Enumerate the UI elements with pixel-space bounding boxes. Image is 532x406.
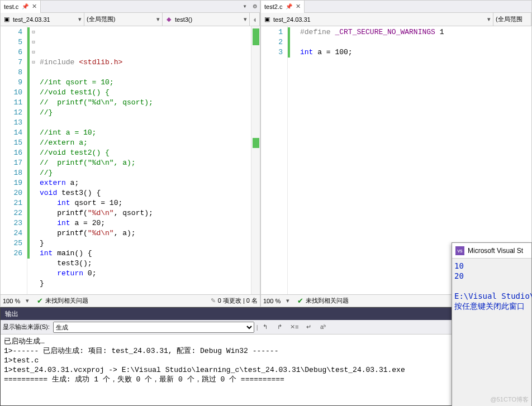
console-title-text: Microsoft Visual St: [468, 247, 523, 255]
output-source-label: 显示输出来源(S):: [3, 323, 50, 331]
chevron-down-icon: ▾: [153, 16, 160, 23]
vs-app-icon: vs: [455, 246, 464, 255]
tab-label: test2.c: [264, 3, 282, 10]
nav-project-selector[interactable]: ▣ test_24.03.31 ▾: [1, 13, 84, 26]
split-icon[interactable]: ⫞: [250, 13, 260, 26]
change-indicator-col: [27, 26, 30, 294]
nav-project-label: test_24.03.31: [273, 16, 311, 23]
status-changes: 0 项更改 | 0 名: [218, 297, 258, 305]
changes-icon: ✎: [211, 297, 216, 304]
zoom-level[interactable]: 100 %: [3, 298, 20, 304]
nav-func-label: test3(): [175, 16, 192, 23]
zoom-dd-icon[interactable]: ▾: [26, 297, 29, 304]
status-no-issues: 未找到相关问题: [45, 297, 88, 305]
pin-icon[interactable]: 📌: [22, 3, 28, 9]
chevron-down-icon: ▾: [75, 16, 82, 23]
ok-icon: ✔: [37, 297, 43, 305]
nav-scope-label: (全局范围: [496, 15, 522, 23]
change-indicator-col: [288, 26, 290, 294]
tab-bar-left: test.c 📌 ✕ ▾ ⚙: [1, 1, 260, 13]
nav-scope-selector[interactable]: (全局范围: [493, 13, 531, 26]
function-icon: ◆: [165, 16, 173, 23]
project-icon: ▣: [263, 16, 271, 23]
fold-column[interactable]: [290, 26, 298, 294]
output-source-select[interactable]: 生成: [53, 322, 254, 333]
goto-prev-icon[interactable]: ↰: [259, 321, 272, 333]
close-icon[interactable]: ✕: [32, 3, 37, 10]
close-icon[interactable]: ✕: [296, 3, 301, 10]
tab-test2-c[interactable]: test2.c 📌 ✕: [261, 1, 305, 13]
line-gutter: 4567891011121314151617181920212223242526: [1, 26, 27, 294]
nav-func-selector[interactable]: ◆ test3() ▾: [163, 13, 250, 26]
status-row-left: 100 % ▾ ✔ 未找到相关问题 ✎ 0 项更改 | 0 名: [1, 294, 260, 307]
tab-test-c[interactable]: test.c 📌 ✕: [1, 1, 41, 13]
console-window[interactable]: vs Microsoft Visual St 10 20 E:\Visual S…: [452, 242, 532, 406]
nav-scope-selector[interactable]: (全局范围) ▾: [84, 13, 163, 26]
goto-next-icon[interactable]: ↱: [274, 321, 286, 333]
chevron-down-icon: ▾: [240, 16, 247, 23]
gear-icon[interactable]: ⚙: [250, 2, 260, 11]
status-no-issues: 未找到相关问题: [306, 297, 349, 305]
zoom-level[interactable]: 100 %: [263, 298, 281, 304]
editor-pane-left: test.c 📌 ✕ ▾ ⚙ ▣ test_24.03.31 ▾ (全局范围) …: [0, 0, 260, 307]
nav-row-left: ▣ test_24.03.31 ▾ (全局范围) ▾ ◆ test3() ▾ ⫞: [1, 13, 260, 26]
scrollbar-minimap[interactable]: [251, 26, 260, 294]
nav-project-label: test_24.03.31: [13, 16, 50, 23]
watermark: @51CTO博客: [491, 395, 529, 404]
chevron-down-icon: ▾: [484, 16, 491, 23]
code-area-left[interactable]: 4567891011121314151617181920212223242526…: [1, 26, 260, 294]
zoom-dd-icon[interactable]: ▾: [286, 297, 289, 304]
console-titlebar[interactable]: vs Microsoft Visual St: [452, 243, 531, 259]
tab-label: test.c: [4, 3, 18, 10]
tab-dropdown-icon[interactable]: ▾: [240, 2, 250, 11]
nav-row-right: ▣ test_24.03.31 ▾ (全局范围: [261, 13, 531, 26]
tab-bar-right: test2.c 📌 ✕: [261, 1, 531, 13]
pin-icon[interactable]: 📌: [286, 3, 292, 9]
line-gutter: 123: [261, 26, 288, 294]
nav-scope-label: (全局范围): [87, 15, 115, 23]
wrap-icon[interactable]: ↵: [303, 321, 315, 333]
nav-project-selector[interactable]: ▣ test_24.03.31 ▾: [261, 13, 493, 26]
console-body: 10 20 E:\Visual Studio\ 按任意键关闭此窗口: [452, 259, 531, 313]
find-icon[interactable]: aᵇ: [317, 321, 330, 333]
code-text[interactable]: #include <stdlib.h>//int qsort = 10;//vo…: [37, 26, 251, 294]
clear-icon[interactable]: ⨯≡: [288, 321, 301, 333]
project-icon: ▣: [3, 16, 11, 23]
ok-icon: ✔: [297, 297, 303, 305]
fold-column[interactable]: ⊟⊟⊟⊟: [30, 26, 37, 294]
